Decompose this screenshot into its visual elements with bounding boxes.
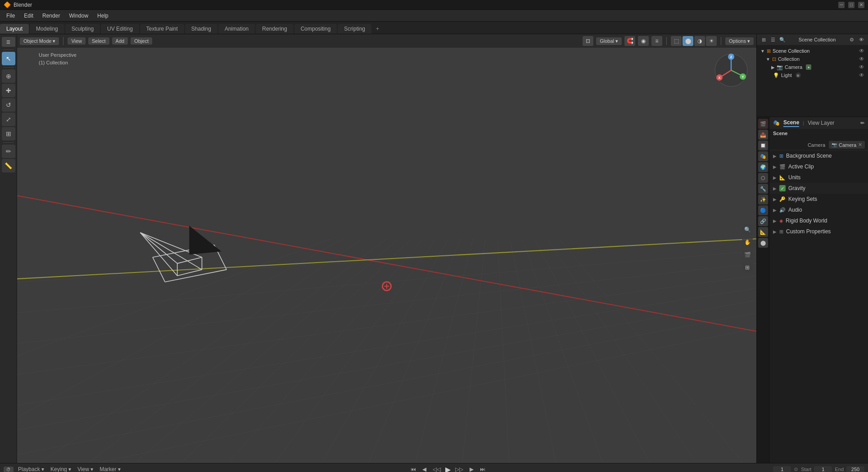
props-tab-data[interactable]: 📐 bbox=[758, 227, 768, 237]
jump-start-btn[interactable]: ⏮ bbox=[409, 465, 418, 472]
add-menu-btn[interactable]: Add bbox=[112, 37, 128, 45]
keying-menu-btn[interactable]: Keying ▾ bbox=[49, 465, 73, 472]
camera-view-btn[interactable]: 🎬 bbox=[742, 250, 753, 260]
prop-camera-value[interactable]: 📷 Camera ✕ bbox=[829, 141, 865, 149]
object-menu-btn[interactable]: Object bbox=[131, 37, 152, 45]
playback-menu-btn[interactable]: Playback ▾ bbox=[16, 465, 46, 472]
prop-keying-sets[interactable]: ▶ 🔑 Keying Sets bbox=[769, 194, 868, 204]
tab-animation[interactable]: Animation bbox=[218, 24, 255, 34]
options-btn[interactable]: Options ▾ bbox=[725, 37, 754, 45]
transform-global-btn[interactable]: Global ▾ bbox=[596, 37, 622, 45]
prop-units[interactable]: ▶ 📐 Units bbox=[769, 172, 868, 183]
prop-audio[interactable]: ▶ 🔊 Audio bbox=[769, 204, 868, 215]
menu-file[interactable]: File bbox=[3, 12, 18, 20]
menu-help[interactable]: Help bbox=[94, 12, 112, 20]
prop-header-view-layer-tab[interactable]: View Layer bbox=[808, 120, 834, 126]
prop-header-scene-tab[interactable]: Scene bbox=[783, 119, 799, 127]
prev-frame-btn[interactable]: ◀ bbox=[420, 465, 428, 472]
props-tab-material[interactable]: ⬤ bbox=[758, 238, 768, 248]
current-frame-input[interactable]: 1 bbox=[773, 466, 791, 472]
close-button[interactable]: ✕ bbox=[858, 2, 864, 8]
outliner-restrict-icon[interactable]: 👁 bbox=[857, 36, 865, 44]
viewport-3d[interactable]: Object Mode ▾ View Select Add Object ⊡ G… bbox=[17, 34, 756, 463]
timeline-view-menu-btn[interactable]: View ▾ bbox=[76, 465, 95, 472]
tool-annotate[interactable]: ✏ bbox=[2, 145, 15, 158]
props-tab-world[interactable]: 🌍 bbox=[758, 162, 768, 172]
gravity-checkbox[interactable]: ✓ bbox=[779, 185, 786, 191]
tab-uv-editing[interactable]: UV Editing bbox=[101, 24, 139, 34]
tool-rotate[interactable]: ↺ bbox=[2, 98, 15, 112]
view-menu-btn[interactable]: View bbox=[68, 37, 86, 45]
tab-modeling[interactable]: Modeling bbox=[30, 24, 64, 34]
tab-rendering[interactable]: Rendering bbox=[256, 24, 293, 34]
shading-solid-btn[interactable]: ⬤ bbox=[683, 36, 693, 46]
tool-select[interactable]: ↖ bbox=[2, 52, 15, 65]
play-reverse-btn[interactable]: ◁◁ bbox=[431, 465, 443, 472]
object-mode-selector[interactable]: Object Mode ▾ bbox=[20, 37, 59, 45]
props-tab-render[interactable]: 🎬 bbox=[758, 119, 768, 129]
outliner-item-scene-collection[interactable]: ▼ ⊞ Scene Collection 👁 bbox=[757, 47, 868, 55]
shading-wireframe-btn[interactable]: ⬚ bbox=[671, 36, 682, 46]
outliner-item-camera[interactable]: ▶ 📷 Camera ● 👁 bbox=[757, 63, 868, 71]
play-forward-btn[interactable]: ▷▷ bbox=[453, 465, 465, 472]
props-tab-scene[interactable]: 🎭 bbox=[758, 151, 768, 161]
props-tab-view-layer[interactable]: 🔲 bbox=[758, 141, 768, 150]
tab-texture-paint[interactable]: Texture Paint bbox=[140, 24, 184, 34]
tool-scale[interactable]: ⤢ bbox=[2, 113, 15, 126]
start-frame-input[interactable]: 1 bbox=[814, 466, 832, 472]
transform-pivot-btn[interactable]: ⊡ bbox=[583, 36, 593, 46]
tab-scripting[interactable]: Scripting bbox=[338, 24, 371, 34]
prop-gravity[interactable]: ▶ ✓ Gravity bbox=[769, 183, 868, 194]
shading-rendered-btn[interactable]: ☀ bbox=[706, 36, 717, 46]
shading-material-btn[interactable]: ◑ bbox=[694, 36, 705, 46]
minimize-button[interactable]: ─ bbox=[838, 2, 845, 8]
props-tab-modifiers[interactable]: 🔧 bbox=[758, 184, 768, 194]
props-tab-physics[interactable]: 🔵 bbox=[758, 205, 768, 215]
menu-edit[interactable]: Edit bbox=[20, 12, 37, 20]
tab-layout[interactable]: Layout bbox=[0, 24, 29, 34]
outliner-filter-types-icon[interactable]: ⚙ bbox=[848, 36, 856, 44]
props-tab-object[interactable]: ⬡ bbox=[758, 173, 768, 183]
props-tab-output[interactable]: 📤 bbox=[758, 130, 768, 140]
timeline-mode-icon[interactable]: ⏱ bbox=[4, 467, 14, 472]
select-menu-btn[interactable]: Select bbox=[88, 37, 109, 45]
end-frame-input[interactable]: 250 bbox=[846, 466, 864, 472]
outliner-item-light[interactable]: 💡 Light ◉ 👁 bbox=[757, 71, 868, 79]
outliner-mode-icon[interactable]: ⊞ bbox=[760, 36, 768, 44]
prop-background-scene[interactable]: ▶ ⊞ Background Scene bbox=[769, 150, 868, 161]
tab-shading[interactable]: Shading bbox=[185, 24, 217, 34]
jump-end-btn[interactable]: ⏭ bbox=[478, 465, 487, 472]
transform-extra-btn[interactable]: ≡ bbox=[651, 36, 662, 46]
menu-render[interactable]: Render bbox=[39, 12, 63, 20]
props-tab-particles[interactable]: ✨ bbox=[758, 195, 768, 204]
camera-clear-icon[interactable]: ✕ bbox=[858, 142, 862, 148]
scene-collection-eye[interactable]: 👁 bbox=[859, 48, 864, 54]
menu-window[interactable]: Window bbox=[65, 12, 92, 20]
proportional-btn[interactable]: ◉ bbox=[638, 36, 649, 46]
next-frame-btn[interactable]: ▶ bbox=[468, 465, 475, 472]
prop-rigid-body-world[interactable]: ▶ ◈ Rigid Body World bbox=[769, 215, 868, 226]
props-tab-constraints[interactable]: 🔗 bbox=[758, 216, 768, 226]
tool-transform[interactable]: ⊞ bbox=[2, 127, 15, 141]
prop-header-edit-icon[interactable]: ✏ bbox=[860, 120, 864, 126]
camera-eye[interactable]: 👁 bbox=[859, 64, 864, 70]
collection-eye[interactable]: 👁 bbox=[859, 56, 864, 62]
play-btn[interactable]: ▶ bbox=[445, 465, 451, 472]
outliner-item-collection[interactable]: ▼ ⊡ Collection 👁 bbox=[757, 55, 868, 63]
collection-view-btn[interactable]: ⊞ bbox=[742, 262, 753, 273]
prop-active-clip[interactable]: ▶ 🎬 Active Clip bbox=[769, 161, 868, 172]
zoom-to-fit-btn[interactable]: 🔍 bbox=[742, 224, 753, 235]
prop-custom-properties[interactable]: ▶ ⊞ Custom Properties bbox=[769, 226, 868, 237]
hand-tool-btn[interactable]: ✋ bbox=[742, 237, 753, 248]
tool-measure[interactable]: 📏 bbox=[2, 159, 15, 172]
maximize-button[interactable]: □ bbox=[848, 2, 854, 8]
tab-sculpting[interactable]: Sculpting bbox=[65, 24, 100, 34]
outliner-search-icon[interactable]: 🔍 bbox=[778, 36, 787, 44]
marker-menu-btn[interactable]: Marker ▾ bbox=[98, 465, 122, 472]
snap-btn[interactable]: 🧲 bbox=[624, 36, 635, 46]
light-eye[interactable]: 👁 bbox=[859, 72, 864, 78]
tab-compositing[interactable]: Compositing bbox=[294, 24, 337, 34]
outliner-filter-icon[interactable]: ☰ bbox=[769, 36, 777, 44]
tool-cursor[interactable]: ⊕ bbox=[2, 69, 15, 83]
navigation-gizmo[interactable]: Z Y X bbox=[713, 52, 749, 88]
